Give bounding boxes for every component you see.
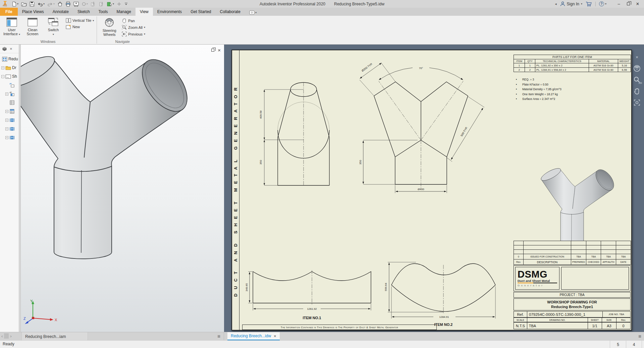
item2-label: ITEM NO.2: [434, 323, 452, 327]
tab-get-started[interactable]: Get Started: [186, 8, 215, 16]
navbar-zoom-window-icon[interactable]: [633, 98, 641, 107]
clean-screen-button[interactable]: Clean Screen: [23, 16, 42, 36]
cart-icon[interactable]: [586, 1, 592, 7]
tree-item-sheet[interactable]: − Sh: [0, 72, 20, 81]
tab-model-document[interactable]: Reducing Breech...iam: [21, 332, 88, 341]
caret-icon[interactable]: ▾: [17, 2, 18, 5]
caret-icon[interactable]: ▾: [113, 2, 114, 5]
material-select-button[interactable]: ▾: [106, 1, 115, 7]
switch-button[interactable]: Switch▾: [44, 16, 63, 37]
expand-icon[interactable]: +: [5, 136, 8, 139]
restore-icon: [627, 2, 630, 5]
tab-list-menu-icon[interactable]: ≡: [217, 333, 220, 339]
tree-root-label: Redu: [8, 57, 18, 61]
tree-item-drawing-resources[interactable]: + Dr: [0, 63, 20, 72]
tree-item-dimension[interactable]: +: [0, 116, 20, 124]
tab-manage[interactable]: Manage: [112, 8, 136, 16]
base-view-icon: [9, 83, 15, 88]
navbar-close-icon[interactable]: ×: [633, 53, 641, 61]
titlebar-right: ◂ Sign In ▾ ? ▾ – ×: [555, 0, 644, 8]
print-button[interactable]: [64, 1, 72, 7]
user-interface-button[interactable]: User Interface ▾: [2, 16, 21, 37]
new-window-button[interactable]: New: [66, 24, 94, 29]
restore-window-icon[interactable]: [211, 49, 214, 52]
tab-collaborate[interactable]: Collaborate: [216, 8, 245, 16]
drawing-sheet[interactable]: DUCT AND SHEET METAL GENERATOR: [231, 50, 632, 331]
new-file-button[interactable]: ▾: [11, 1, 19, 7]
measure-button[interactable]: [72, 1, 80, 7]
quick-3d-button[interactable]: [98, 1, 105, 7]
group-label-windows[interactable]: Windows: [2, 39, 94, 44]
ribbon-display-toggle[interactable]: ▾: [248, 9, 258, 16]
scroll-tabs-left-icon[interactable]: ‹: [1, 334, 3, 339]
expand-icon[interactable]: +: [5, 119, 8, 122]
close-button[interactable]: ×: [633, 1, 642, 7]
collapse-icon[interactable]: −: [1, 75, 4, 78]
restore-button[interactable]: [624, 1, 633, 7]
scroll-tabs-right-icon[interactable]: ›: [10, 334, 11, 339]
minimize-button[interactable]: –: [614, 1, 623, 7]
pan-label: Pan: [128, 19, 135, 23]
tree-item-view[interactable]: [0, 81, 20, 90]
caret-icon[interactable]: ▾: [43, 2, 45, 5]
open-button[interactable]: [20, 1, 28, 7]
tab-file[interactable]: File: [0, 8, 18, 16]
tab-list-menu-icon[interactable]: ≡: [638, 333, 641, 339]
tree-root[interactable]: Redu: [0, 55, 20, 63]
tab-place-views[interactable]: Place Views: [18, 8, 48, 16]
quick-access-toolbar: ▾ ▾ ▾ ▾ ▾: [11, 1, 129, 7]
pan-button[interactable]: Pan: [122, 18, 145, 23]
close-tab-icon[interactable]: ×: [274, 334, 276, 339]
tab-view[interactable]: View: [136, 8, 153, 16]
help-button[interactable]: ? ▾: [599, 1, 606, 6]
tab-tools[interactable]: Tools: [94, 8, 112, 16]
tab-environments[interactable]: Environments: [153, 8, 186, 16]
tab-scroll-thumb[interactable]: [4, 333, 9, 339]
model-3d-canvas[interactable]: [21, 45, 224, 332]
item1-flat-pattern: [253, 270, 371, 304]
tab-scroll-controls: ‹ ›: [1, 333, 12, 339]
caret-icon[interactable]: ▾: [87, 2, 88, 5]
tree-item-parts-list[interactable]: +: [0, 107, 20, 116]
tab-annotate[interactable]: Annotate: [48, 8, 73, 16]
collapse-left-icon[interactable]: ◂: [555, 2, 557, 6]
tree-item-dimension[interactable]: +: [0, 133, 20, 142]
expand-icon[interactable]: +: [5, 110, 8, 113]
save-button[interactable]: [29, 1, 36, 7]
tab-sketch[interactable]: Sketch: [73, 8, 94, 16]
note-text: REQ. = 3: [522, 77, 534, 82]
sign-in-button[interactable]: Sign In ▾: [560, 1, 582, 6]
navbar-pan-icon[interactable]: [633, 87, 641, 96]
drawing-viewport[interactable]: DUCT AND SHEET METAL GENERATOR: [224, 45, 644, 332]
tree-item-table[interactable]: [0, 98, 20, 107]
tree-item-view[interactable]: +: [0, 90, 20, 98]
add-button[interactable]: [116, 1, 122, 7]
expand-icon[interactable]: +: [5, 93, 8, 96]
previous-view-button[interactable]: Previous ▾: [122, 32, 145, 37]
redo-button[interactable]: ▾: [46, 1, 56, 7]
navigation-wheel-icon[interactable]: [633, 64, 641, 73]
record-button[interactable]: ▾: [80, 1, 89, 7]
steering-wheels-button[interactable]: Steering Wheels: [100, 16, 119, 37]
tab-drawing-document[interactable]: Reducing Breech...idw ×: [227, 332, 280, 341]
group-label-navigate[interactable]: Navigate: [100, 39, 145, 44]
undo-button[interactable]: ▾: [36, 1, 46, 7]
drawing-tab-label: Reducing Breech...idw: [231, 334, 271, 338]
caret-icon: ▾: [581, 2, 582, 5]
close-window-icon[interactable]: ×: [218, 47, 221, 53]
caret-icon[interactable]: ▾: [53, 2, 55, 5]
quick-2d-button[interactable]: [90, 1, 97, 7]
expand-icon[interactable]: +: [5, 127, 8, 130]
browser-close-icon[interactable]: ×: [10, 46, 12, 51]
zoom-all-button[interactable]: Zoom All ▾: [122, 25, 145, 30]
browser-cube-icon[interactable]: [2, 47, 7, 51]
customize-qat-button[interactable]: [123, 1, 129, 7]
browser-splitter[interactable]: [19, 45, 20, 332]
home-button[interactable]: [56, 1, 64, 7]
steering-wheels-icon: [104, 17, 114, 27]
vertical-tile-button[interactable]: Vertical Tile ▾: [66, 18, 94, 23]
zoom-2d-icon[interactable]: 2D: [633, 75, 641, 84]
tree-item-dimension[interactable]: +: [0, 124, 20, 133]
model-viewport[interactable]: Y X Z ×: [21, 45, 224, 332]
expand-icon[interactable]: +: [1, 66, 4, 69]
